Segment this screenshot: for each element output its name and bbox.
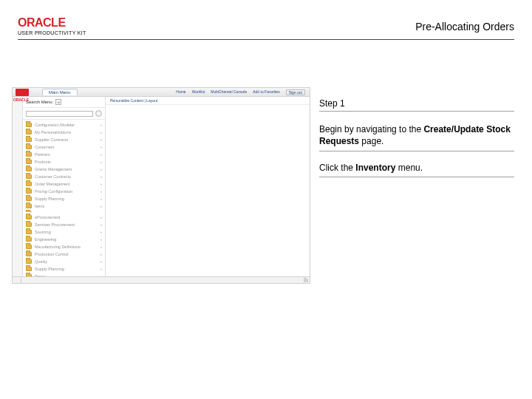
- instruction-panel: Step 1 Begin by navigating to the Create…: [319, 98, 514, 177]
- menu-item[interactable]: Supply Planning›: [23, 195, 105, 202]
- menu-item-label: Customer Contracts: [35, 174, 71, 179]
- menu-item[interactable]: eProcurement›: [23, 214, 105, 221]
- menu-item-label: Items: [35, 204, 44, 208]
- caret-icon: ›: [100, 160, 102, 164]
- caret-icon: ›: [100, 237, 102, 242]
- menu-item-label: Grants Management: [35, 167, 72, 171]
- menu-item-label: Products: [35, 160, 51, 164]
- menu-list-bottom: eProcurement›Services Procurement›Sourci…: [23, 212, 105, 276]
- menu-item[interactable]: Production Control›: [23, 250, 105, 258]
- resize-handle-icon: [304, 278, 308, 282]
- app-screenshot: Main Menu Home Worklist MultiChannel Con…: [12, 87, 310, 284]
- top-link[interactable]: Sign out: [286, 89, 305, 95]
- menu-search-row: Search Menu: «: [23, 97, 105, 108]
- menu-item[interactable]: Order Management›: [23, 180, 105, 188]
- menu-item[interactable]: Partners›: [23, 151, 105, 158]
- folder-icon: [26, 259, 32, 264]
- action-text: Click the: [319, 163, 355, 173]
- menu-item-label: Configuration Modeler: [35, 123, 75, 127]
- menu-item[interactable]: Customers›: [23, 143, 105, 151]
- menu-item[interactable]: Grants Management›: [23, 166, 105, 173]
- top-links: Home Worklist MultiChannel Console Add t…: [176, 89, 305, 95]
- caret-icon: ›: [100, 259, 102, 264]
- menu-item[interactable]: Engineering›: [23, 236, 105, 243]
- app-topbar: Main Menu Home Worklist MultiChannel Con…: [13, 88, 310, 97]
- left-rail: ORACLE: [13, 97, 23, 276]
- folder-icon: [26, 174, 32, 179]
- menu-item[interactable]: Customer Contracts›: [23, 173, 105, 180]
- menu-item-label: Pricing Configuration: [35, 189, 72, 194]
- folder-icon: [26, 182, 32, 186]
- menu-item-label: Supply Planning: [35, 197, 64, 201]
- collapse-button[interactable]: «: [55, 99, 61, 105]
- main-pane: Personalize Content | Layout: [106, 97, 310, 276]
- personalize-link[interactable]: Personalize Content | Layout: [106, 97, 310, 105]
- action-bold: Inventory: [355, 163, 395, 173]
- top-link[interactable]: Add to Favorites: [253, 89, 279, 95]
- folder-icon: [26, 123, 32, 127]
- caret-icon: ›: [100, 204, 102, 208]
- menu-item[interactable]: Taxes›: [23, 273, 105, 276]
- brand-subtitle: USER PRODUCTIVITY KIT: [18, 30, 86, 35]
- folder-icon: [26, 274, 32, 276]
- menu-item[interactable]: Services Procurement›: [23, 221, 105, 228]
- caret-icon: ›: [100, 215, 102, 219]
- search-go-button[interactable]: [95, 110, 102, 117]
- menu-item[interactable]: Sourcing›: [23, 228, 105, 236]
- menu-item[interactable]: Pricing Configuration›: [23, 188, 105, 195]
- caret-icon: ›: [100, 167, 102, 171]
- search-input[interactable]: [26, 111, 93, 117]
- menu-item[interactable]: Items›: [23, 202, 105, 210]
- caret-icon: ›: [100, 222, 102, 227]
- menu-item-label: My Personalizations: [35, 130, 71, 134]
- instruction-body: Begin by navigating to the Create/Update…: [319, 123, 514, 151]
- lesson-title: Pre-Allocating Orders: [415, 21, 514, 33]
- brand-block: ORACLE USER PRODUCTIVITY KIT: [18, 17, 86, 35]
- top-link[interactable]: MultiChannel Console: [211, 89, 247, 95]
- caret-icon: ›: [100, 274, 102, 276]
- menu-item-label: Services Procurement: [35, 222, 75, 227]
- menu-item-label: Production Control: [35, 252, 69, 256]
- menu-item[interactable]: Configuration Modeler›: [23, 121, 105, 129]
- menu-list-top: Configuration Modeler›My Personalization…: [23, 120, 105, 212]
- body-text: page.: [359, 136, 383, 146]
- top-link[interactable]: Worklist: [192, 89, 205, 95]
- menu-item-label: Supplier Contracts: [35, 137, 68, 142]
- caret-icon: ›: [100, 245, 102, 249]
- folder-icon: [26, 197, 32, 201]
- menu-column: Search Menu: « Configuration Modeler›My …: [23, 97, 106, 276]
- folder-icon: [26, 237, 32, 242]
- top-link[interactable]: Home: [176, 89, 185, 95]
- caret-icon: ›: [100, 230, 102, 234]
- folder-icon: [26, 222, 32, 227]
- menu-item[interactable]: Supply Planning›: [23, 265, 105, 273]
- menu-item-label: Partners: [35, 152, 50, 157]
- folder-icon: [26, 189, 32, 194]
- menu-item[interactable]: Supplier Contracts›: [23, 136, 105, 143]
- caret-icon: ›: [100, 189, 102, 194]
- menu-item-label: Taxes: [35, 274, 45, 276]
- menu-item-label: eProcurement: [35, 215, 61, 219]
- folder-icon: [26, 130, 32, 134]
- menu-item[interactable]: My Personalizations›: [23, 129, 105, 136]
- search-label: Search Menu:: [26, 100, 53, 104]
- body-text: Begin by navigating to the: [319, 124, 423, 134]
- caret-icon: ›: [100, 182, 102, 186]
- menu-item[interactable]: Products›: [23, 158, 105, 166]
- menu-search-input-row: [23, 108, 105, 120]
- menu-item[interactable]: Manufacturing Definitions›: [23, 243, 105, 250]
- main-menu-tab[interactable]: Main Menu: [42, 89, 78, 95]
- menu-item-label: Order Management: [35, 182, 70, 186]
- menu-item-label: Quality: [35, 259, 47, 264]
- menu-item-label: Engineering: [35, 237, 56, 242]
- oracle-mini-logo: ORACLE: [13, 97, 22, 103]
- folder-icon: [26, 152, 32, 157]
- folder-icon: [26, 230, 32, 234]
- folder-icon: [26, 137, 32, 142]
- caret-icon: ›: [100, 130, 102, 134]
- menu-item-label: Customers: [35, 145, 55, 149]
- menu-item[interactable]: Quality›: [23, 258, 105, 265]
- caret-icon: ›: [100, 152, 102, 157]
- menu-item-label: Supply Planning: [35, 267, 64, 271]
- brand-mark: ORACLE: [18, 17, 86, 29]
